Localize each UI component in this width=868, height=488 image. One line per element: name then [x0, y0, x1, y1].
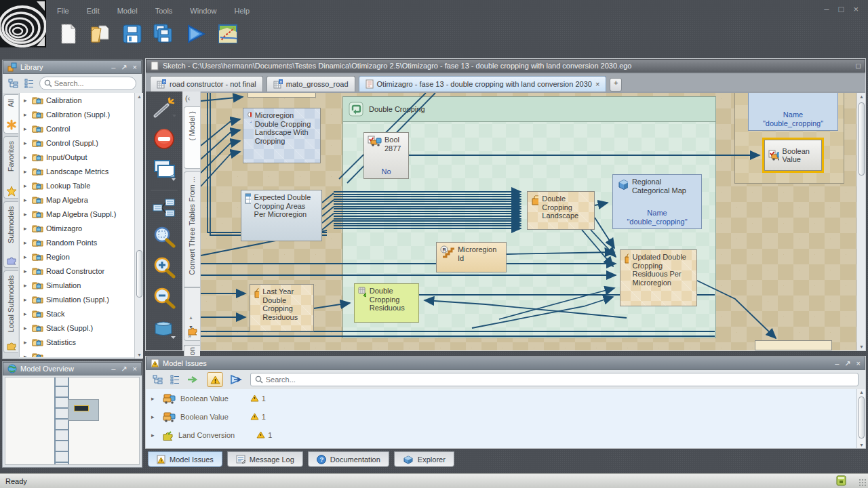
tab-overflow-icon[interactable]: » [188, 333, 191, 340]
node-microregion-id[interactable]: R Microregion Id [436, 242, 507, 272]
library-tab-favorites[interactable]: Favorites [3, 136, 18, 199]
tab-close-icon[interactable]: × [595, 80, 599, 88]
node-bool-2877[interactable]: Bool 2877 No [363, 132, 409, 179]
library-close-button[interactable]: × [133, 63, 137, 72]
tab-scroll-down-icon[interactable]: ▼ [189, 325, 193, 329]
clipped-bottom-node[interactable] [755, 340, 832, 350]
library-list-item[interactable]: ▸ Landscape Metrics [20, 164, 134, 178]
tab-explorer[interactable]: Explorer [394, 451, 454, 467]
overview-close-button[interactable]: × [133, 365, 137, 373]
node-microregion-double-cropping-landscape[interactable]: π Microregion Double Cropping Landscape … [243, 108, 321, 163]
tree-view-icon[interactable] [8, 79, 19, 88]
list-view-icon[interactable] [24, 79, 34, 88]
menu-item[interactable]: Model [117, 7, 138, 15]
expand-arrow-icon[interactable]: ▸ [24, 253, 29, 260]
expand-arrow-icon[interactable]: ▸ [24, 339, 29, 346]
sketch-titlebar[interactable]: Sketch - C:\Users\hermann\Documents\Test… [146, 59, 865, 73]
menu-item[interactable]: Edit [87, 7, 100, 15]
status-tray-icon[interactable] [836, 474, 846, 487]
overview-minimize-button[interactable]: – [111, 365, 115, 373]
save-all-models-button[interactable] [153, 22, 176, 45]
menu-item[interactable]: Tools [155, 7, 173, 15]
sketch-maximize-button[interactable]: □ [856, 62, 861, 70]
expand-arrow-icon[interactable]: ▸ [24, 182, 29, 189]
sketch-tab[interactable]: 8 road constructor - not final [150, 76, 263, 92]
library-list-item[interactable]: ▸ Control [20, 121, 134, 136]
node-expected-double-cropping-areas[interactable]: Expected Double Cropping Areas Per Micro… [241, 190, 322, 241]
list-view-icon[interactable] [170, 375, 180, 384]
expand-arrow-icon[interactable]: ▸ [24, 296, 29, 303]
tab-model-issues[interactable]: Model Issues [148, 451, 222, 467]
library-titlebar[interactable]: Library – ↗ × [3, 60, 142, 74]
issues-scrollbar[interactable]: ▲ ▼ [856, 389, 865, 448]
node-double-cropping-landscape[interactable]: Double Cropping Landscape [527, 191, 595, 230]
node-name-double-cropping[interactable]: Name "double_cropping" [748, 93, 838, 131]
library-list-item[interactable]: ▸ Stack [20, 306, 134, 321]
window-minimize-button[interactable]: – [824, 4, 829, 14]
library-scrollbar-thumb[interactable] [136, 250, 142, 298]
issue-row[interactable]: ▸ Boolean Value 1 [146, 407, 856, 426]
library-list-item[interactable]: ▸ Random Points [20, 235, 134, 249]
issues-scrollbar-thumb[interactable] [859, 396, 865, 439]
issues-search-input[interactable] [266, 375, 854, 384]
tab-documentation[interactable]: ? Documentation [308, 451, 389, 467]
resize-grip[interactable] [859, 479, 867, 487]
next-issue-icon[interactable] [186, 375, 200, 384]
save-model-button[interactable] [121, 22, 144, 45]
zoom-out-icon[interactable] [153, 287, 176, 311]
issues-minimize-button[interactable]: – [835, 359, 839, 368]
expand-arrow-icon[interactable]: ▸ [24, 211, 29, 218]
library-list-item[interactable]: ▸ Map Algebra (Suppl.) [20, 207, 134, 221]
issues-float-button[interactable]: ↗ [844, 359, 850, 368]
expand-arrow-icon[interactable]: ▸ [24, 239, 29, 246]
expand-arrow-icon[interactable]: ▸ [24, 125, 29, 132]
library-list-item[interactable]: ▸ Otimizagro [20, 221, 134, 235]
expand-arrow-icon[interactable]: ▸ [151, 413, 158, 420]
model-tab[interactable]: ( Model ) [184, 106, 200, 169]
new-tab-button[interactable]: + [610, 78, 622, 92]
node-boolean-value-selected[interactable]: Boolean Value [764, 140, 822, 171]
expand-arrow-icon[interactable]: ▸ [24, 97, 29, 104]
menu-item[interactable]: Window [190, 7, 216, 15]
sketch-tab[interactable]: 8 mato_grosso_road [267, 76, 355, 92]
library-minimize-button[interactable]: – [111, 63, 115, 72]
window-maximize-button[interactable]: □ [839, 4, 844, 14]
model-overview-titlebar[interactable]: Model Overview – ↗ × [3, 362, 142, 375]
library-search-input[interactable] [54, 79, 132, 87]
open-model-button[interactable] [89, 22, 112, 45]
library-list-item[interactable]: ▸ Stack (Suppl.) [20, 321, 134, 335]
sketch-tab-active[interactable]: Otimizagro - fase 13 - double cropping w… [359, 76, 607, 92]
library-tab-submodels[interactable]: Submodels [3, 201, 18, 268]
show-warnings-toggle[interactable] [207, 372, 223, 387]
node-updated-double-cropping-residuous[interactable]: Updated Double Cropping Residuous Per Mi… [620, 249, 697, 306]
expand-arrow-icon[interactable]: ▸ [24, 282, 29, 289]
library-scrollbar[interactable]: ▲ ▼ [134, 93, 143, 359]
expand-arrow-icon[interactable]: ▸ [24, 225, 29, 232]
expand-arrow-icon[interactable]: ▸ [24, 353, 29, 358]
expand-arrow-icon[interactable]: ▸ [24, 140, 29, 146]
menu-item[interactable]: File [57, 7, 69, 15]
map-viewer-button[interactable] [216, 22, 239, 45]
library-list-item[interactable]: ▸ [20, 349, 134, 357]
library-list-item[interactable]: ▸ Road Constructor [20, 264, 134, 278]
issue-row[interactable]: ▸ Boolean Value 1 [146, 389, 856, 407]
library-list-item[interactable]: ▸ Simulation [20, 278, 134, 292]
wand-tool-icon[interactable] [153, 97, 176, 121]
canvas-vertical-scrollbar[interactable]: ▲ ▼ [856, 93, 865, 350]
containers-tool-icon[interactable] [152, 158, 176, 182]
remove-tool-icon[interactable] [153, 127, 176, 152]
zoom-in-icon[interactable] [153, 256, 176, 281]
menu-item[interactable]: Help [234, 7, 250, 15]
expand-arrow-icon[interactable]: ▸ [24, 268, 29, 274]
expand-arrow-icon[interactable]: ▸ [24, 111, 29, 118]
clipped-top-node[interactable] [248, 93, 316, 98]
collapse-strip-icon[interactable]: (‹ [185, 94, 190, 102]
issue-row[interactable]: ▸ Land Conversion 1 [146, 426, 856, 444]
cube-tool-icon[interactable] [152, 317, 176, 340]
library-list-item[interactable]: ▸ Calibration [20, 93, 134, 107]
library-list-item[interactable]: ▸ Map Algebra [20, 192, 134, 207]
tab-message-log[interactable]: Message Log [227, 451, 303, 467]
library-list-item[interactable]: ▸ Calibration (Suppl.) [20, 107, 134, 121]
library-list-item[interactable]: ▸ Input/Output [20, 150, 134, 164]
expand-arrow-icon[interactable]: ▸ [24, 325, 29, 331]
